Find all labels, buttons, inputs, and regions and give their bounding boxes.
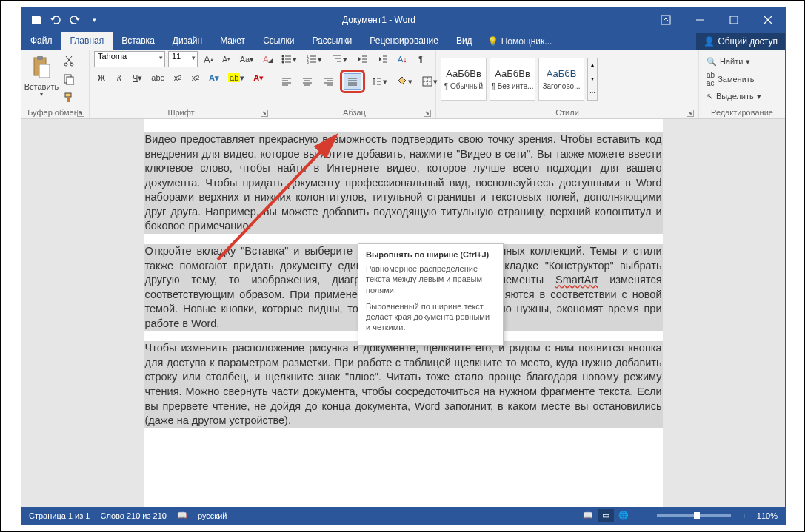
ribbon-tabstrip: Файл Главная Вставка Дизайн Макет Ссылки… [21, 31, 785, 50]
svg-rect-6 [37, 56, 43, 60]
show-marks-button[interactable]: ¶ [413, 51, 428, 67]
highlight-button[interactable]: ab▾ [225, 70, 247, 86]
superscript-button[interactable]: x2 [188, 70, 203, 86]
multilevel-list-button[interactable]: ▾ [328, 51, 350, 67]
tooltip-title: Выровнять по ширине (Ctrl+J) [366, 250, 495, 259]
styles-launcher[interactable]: ⬊ [687, 110, 694, 117]
close-button[interactable] [751, 8, 785, 31]
redo-icon[interactable] [69, 14, 81, 26]
svg-text:3: 3 [307, 60, 309, 64]
svg-rect-2 [730, 16, 738, 24]
bullets-button[interactable]: ▾ [278, 51, 300, 67]
numbering-button[interactable]: 123▾ [303, 51, 325, 67]
replace-button[interactable]: abac Заменить [704, 70, 764, 89]
font-size-select[interactable]: 11 [168, 51, 198, 67]
minimize-button[interactable] [683, 8, 717, 31]
select-button[interactable]: ↖ Выделить ▾ [704, 90, 764, 103]
increase-indent-button[interactable] [374, 51, 392, 67]
tab-home[interactable]: Главная [61, 32, 113, 50]
copy-button[interactable] [60, 71, 78, 87]
align-left-button[interactable] [278, 73, 295, 90]
maximize-button[interactable] [717, 8, 751, 31]
zoom-thumb[interactable] [694, 512, 700, 519]
shading-button[interactable]: ▾ [393, 73, 415, 90]
svg-point-14 [282, 55, 284, 58]
style-heading1[interactable]: АаБбВЗаголово... [538, 58, 584, 101]
document-area[interactable]: Видео предоставляет прекрасную возможнос… [21, 119, 785, 507]
subscript-button[interactable]: x2 [170, 70, 185, 86]
styles-group-label: Стили [555, 108, 579, 117]
ribbon-options-icon[interactable] [649, 8, 683, 31]
editing-group-label: Редактирование [711, 108, 773, 117]
status-spellcheck-icon[interactable]: 📖 [177, 511, 187, 520]
paste-label: Вставить [24, 82, 59, 91]
clipboard-group-label: Буфер обмена [27, 108, 83, 117]
print-layout-button[interactable]: ▭ [598, 509, 614, 522]
shrink-font-button[interactable]: A▾ [219, 51, 234, 67]
status-language[interactable]: русский [198, 511, 227, 520]
share-button[interactable]: 👤 Общий доступ [696, 33, 785, 50]
zoom-out-button[interactable]: − [642, 511, 647, 520]
tab-file[interactable]: Файл [21, 32, 61, 50]
save-icon[interactable] [30, 14, 42, 26]
zoom-slider[interactable] [657, 514, 731, 517]
share-label: Общий доступ [718, 36, 778, 47]
font-launcher[interactable]: ⬊ [261, 110, 268, 117]
font-group-label: Шрифт [167, 108, 194, 117]
doc-paragraph-1[interactable]: Видео предоставляет прекрасную возможнос… [144, 132, 663, 234]
status-words[interactable]: Слово 210 из 210 [100, 511, 167, 520]
justify-tooltip: Выровнять по ширине (Ctrl+J) Равномерное… [358, 243, 504, 346]
svg-rect-13 [67, 97, 70, 102]
zoom-in-button[interactable]: + [741, 511, 746, 520]
tab-review[interactable]: Рецензирование [361, 32, 447, 50]
web-layout-button[interactable]: 🌐 [615, 509, 632, 522]
grow-font-button[interactable]: A▴ [201, 51, 216, 67]
line-spacing-button[interactable]: ▾ [368, 73, 390, 90]
italic-button[interactable]: К [112, 70, 127, 86]
tell-me-label: Помощник... [501, 36, 552, 47]
styles-scroll[interactable]: ▴▾⋯ [587, 58, 598, 101]
style-no-spacing[interactable]: АаБбВв¶ Без инте... [490, 58, 535, 101]
tab-mailings[interactable]: Рассылки [303, 32, 361, 50]
font-color-button[interactable]: A▾ [250, 70, 267, 86]
strikethrough-button[interactable]: abc [148, 70, 167, 86]
sort-button[interactable]: A↓ [395, 51, 410, 67]
clipboard-launcher[interactable]: ⬊ [77, 110, 84, 117]
svg-rect-12 [65, 93, 71, 97]
doc-paragraph-3[interactable]: Чтобы изменить расположение рисунка в до… [144, 341, 663, 428]
status-bar: Страница 1 из 1 Слово 210 из 210 📖 русск… [21, 507, 785, 524]
change-case-button[interactable]: Aa▾ [237, 51, 257, 67]
font-family-select[interactable]: Tahoma [94, 51, 165, 67]
smartart-word: SmartArt [555, 274, 598, 286]
read-mode-button[interactable]: 📖 [580, 509, 596, 522]
format-painter-button[interactable] [60, 90, 78, 106]
align-center-button[interactable] [298, 73, 316, 90]
tooltip-p1: Равномерное распределение текста между л… [366, 263, 495, 295]
underline-button[interactable]: Ч▾ [130, 70, 145, 86]
svg-point-18 [282, 61, 284, 64]
decrease-indent-button[interactable] [353, 51, 371, 67]
tab-insert[interactable]: Вставка [113, 32, 164, 50]
svg-point-16 [282, 58, 284, 61]
cut-button[interactable] [60, 53, 78, 69]
bold-button[interactable]: Ж [94, 70, 109, 86]
tab-references[interactable]: Ссылки [254, 32, 303, 50]
paste-button[interactable]: Вставить ▾ [26, 54, 57, 104]
paragraph-launcher[interactable]: ⬊ [424, 110, 431, 117]
tell-me[interactable]: 💡 Помощник... [481, 33, 558, 50]
tooltip-p2: Выровненный по ширине текст делает края … [366, 301, 495, 333]
find-button[interactable]: 🔍 Найти ▾ [704, 55, 764, 68]
align-right-button[interactable] [319, 73, 337, 90]
style-normal[interactable]: АаБбВв¶ Обычный [441, 58, 487, 101]
tab-view[interactable]: Вид [447, 32, 481, 50]
title-bar: ▾ Документ1 - Word [21, 8, 785, 31]
zoom-level[interactable]: 110% [757, 511, 778, 520]
text-effects-button[interactable]: A▾ [206, 70, 222, 86]
status-page[interactable]: Страница 1 из 1 [29, 511, 90, 520]
tab-design[interactable]: Дизайн [164, 32, 211, 50]
tab-layout[interactable]: Макет [211, 32, 254, 50]
qat-dropdown-icon[interactable]: ▾ [88, 14, 100, 26]
justify-button[interactable] [344, 73, 361, 90]
svg-rect-11 [67, 77, 73, 85]
undo-icon[interactable] [50, 14, 61, 26]
